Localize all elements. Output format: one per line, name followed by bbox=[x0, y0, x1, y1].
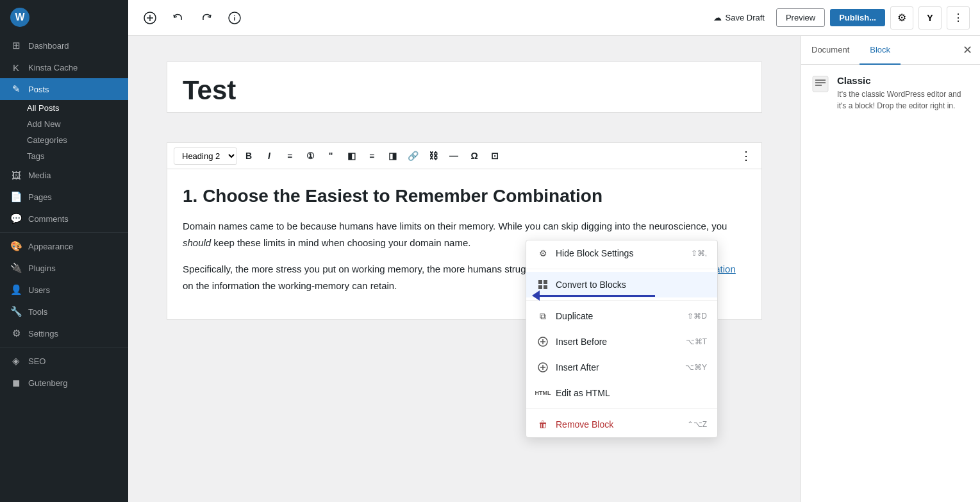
block-description: Classic It's the classic WordPress edito… bbox=[837, 75, 970, 112]
menu-item-remove-block[interactable]: 🗑 Remove Block ⌃⌥Z bbox=[526, 412, 717, 437]
svg-rect-7 bbox=[544, 280, 547, 284]
sidebar-item-label: Gutenberg bbox=[28, 378, 67, 388]
sidebar-item-label: Pages bbox=[28, 192, 52, 202]
classic-block-icon bbox=[811, 75, 829, 97]
classic-editor-icon bbox=[811, 75, 829, 93]
preview-label: Preview bbox=[786, 13, 815, 22]
edit-html-icon: HTML bbox=[536, 387, 549, 399]
insert-after-shortcut: ⌥⌘Y bbox=[685, 363, 707, 372]
menu-item-hide-block-settings[interactable]: ⚙ Hide Block Settings ⇧⌘, bbox=[526, 240, 717, 266]
ordered-list-button[interactable]: ① bbox=[301, 147, 319, 165]
settings-sidebar-icon: ⚙ bbox=[10, 328, 22, 339]
sidebar-item-label: Settings bbox=[28, 329, 58, 339]
sidebar-item-label: Appearance bbox=[28, 242, 73, 251]
add-icon bbox=[144, 12, 156, 24]
more-options-toolbar-button[interactable]: ⋮ bbox=[947, 6, 970, 29]
right-panel: Document Block ✕ bbox=[801, 36, 980, 502]
menu-item-insert-before[interactable]: Insert Before ⌥⌘T bbox=[526, 329, 717, 355]
sidebar-item-seo[interactable]: ◈ SEO bbox=[0, 350, 128, 372]
remove-block-shortcut: ⌃⌥Z bbox=[687, 420, 707, 429]
sidebar-item-label: Posts bbox=[28, 85, 49, 94]
publish-label: Publish... bbox=[839, 13, 876, 22]
link-button[interactable]: 🔗 bbox=[404, 147, 422, 165]
preview-button[interactable]: Preview bbox=[776, 8, 825, 27]
remove-block-label: Remove Block bbox=[556, 419, 681, 430]
more-toolbar-button[interactable]: ⋮ bbox=[737, 147, 755, 165]
sidebar-item-pages[interactable]: 📄 Pages bbox=[0, 186, 128, 208]
blockquote-button[interactable]: " bbox=[322, 147, 340, 165]
seo-icon: ◈ bbox=[10, 355, 22, 367]
insert-after-svg bbox=[538, 362, 548, 372]
post-title[interactable]: Test bbox=[167, 62, 762, 113]
sidebar-item-media[interactable]: 🖼 Media bbox=[0, 164, 128, 186]
sidebar-subitem-tags[interactable]: Tags bbox=[0, 148, 128, 164]
sidebar-item-label: Media bbox=[28, 171, 51, 180]
hide-settings-icon: ⚙ bbox=[536, 247, 549, 260]
heading-dropdown[interactable]: ParagraphHeading 1Heading 2Heading 3Head… bbox=[174, 147, 237, 165]
publish-button[interactable]: Publish... bbox=[830, 9, 885, 26]
sidebar-item-kinsta-cache[interactable]: K Kinsta Cache bbox=[0, 56, 128, 78]
tab-block[interactable]: Block bbox=[860, 36, 901, 65]
sidebar-item-dashboard[interactable]: ⊞ Dashboard bbox=[0, 35, 128, 56]
comments-icon: 💬 bbox=[10, 213, 22, 224]
block-info: Classic It's the classic WordPress edito… bbox=[811, 75, 970, 112]
gutenberg-icon: ◼ bbox=[10, 377, 22, 389]
save-draft-label: Save Draft bbox=[726, 13, 765, 22]
menu-item-duplicate[interactable]: ⧉ Duplicate ⇧⌘D bbox=[526, 303, 717, 329]
align-left-button[interactable]: ◧ bbox=[342, 147, 360, 165]
pages-icon: 📄 bbox=[10, 191, 22, 203]
bold-button[interactable]: B bbox=[240, 147, 258, 165]
sidebar-item-plugins[interactable]: 🔌 Plugins bbox=[0, 257, 128, 279]
yoast-button[interactable]: Y bbox=[918, 6, 942, 29]
undo-button[interactable] bbox=[167, 6, 190, 29]
context-menu: ⚙ Hide Block Settings ⇧⌘, bbox=[526, 240, 718, 438]
close-icon: ✕ bbox=[963, 44, 972, 56]
sidebar-item-settings[interactable]: ⚙ Settings bbox=[0, 322, 128, 344]
tab-document[interactable]: Document bbox=[801, 36, 860, 65]
sidebar-item-posts[interactable]: ✎ Posts bbox=[0, 78, 128, 100]
edit-html-label: Edit as HTML bbox=[556, 388, 701, 398]
insert-before-shortcut: ⌥⌘T bbox=[686, 337, 707, 346]
sidebar-item-label: SEO bbox=[28, 356, 46, 366]
menu-item-insert-after[interactable]: Insert After ⌥⌘Y bbox=[526, 355, 717, 380]
para1-em: should bbox=[183, 237, 211, 248]
content-heading: 1. Choose the Easiest to Remember Combin… bbox=[183, 185, 746, 208]
kinsta-icon: K bbox=[10, 62, 22, 73]
fullscreen-button[interactable]: ⊡ bbox=[486, 147, 504, 165]
main-area: ☁ Save Draft Preview Publish... ⚙ Y ⋮ bbox=[128, 0, 980, 502]
save-draft-button[interactable]: ☁ Save Draft bbox=[707, 9, 771, 26]
redo-button[interactable] bbox=[195, 6, 218, 29]
svg-point-5 bbox=[234, 15, 235, 16]
blocks-icon bbox=[538, 280, 548, 290]
duplicate-label: Duplicate bbox=[556, 311, 681, 321]
panel-close-button[interactable]: ✕ bbox=[955, 43, 980, 57]
horizontal-rule-button[interactable]: — bbox=[445, 147, 463, 165]
top-toolbar: ☁ Save Draft Preview Publish... ⚙ Y ⋮ bbox=[128, 0, 980, 36]
unordered-list-button[interactable]: ≡ bbox=[281, 147, 299, 165]
info-button[interactable] bbox=[223, 6, 246, 29]
editor-content: Test ParagraphHeading 1Heading 2Heading … bbox=[128, 36, 801, 502]
sidebar-item-gutenberg[interactable]: ◼ Gutenberg bbox=[0, 372, 128, 394]
sidebar-item-label: Comments bbox=[28, 214, 69, 224]
settings-button[interactable]: ⚙ bbox=[890, 6, 913, 29]
unlink-button[interactable]: ⛓ bbox=[424, 147, 442, 165]
sidebar-item-label: Dashboard bbox=[28, 41, 69, 51]
sidebar-item-comments[interactable]: 💬 Comments bbox=[0, 208, 128, 230]
svg-rect-16 bbox=[813, 76, 828, 92]
sidebar-subitem-categories[interactable]: Categories bbox=[0, 132, 128, 148]
info-icon bbox=[228, 12, 241, 24]
italic-button[interactable]: I bbox=[260, 147, 278, 165]
special-chars-button[interactable]: Ω bbox=[465, 147, 483, 165]
sidebar-subitem-all-posts[interactable]: All Posts bbox=[0, 100, 128, 116]
sidebar-item-users[interactable]: 👤 Users bbox=[0, 279, 128, 301]
sidebar-item-appearance[interactable]: 🎨 Appearance bbox=[0, 235, 128, 257]
sidebar-subitem-add-new[interactable]: Add New bbox=[0, 116, 128, 132]
sidebar-item-tools[interactable]: 🔧 Tools bbox=[0, 301, 128, 322]
menu-item-edit-as-html[interactable]: HTML Edit as HTML bbox=[526, 380, 717, 406]
convert-icon bbox=[536, 278, 549, 291]
align-center-button[interactable]: ≡ bbox=[363, 147, 381, 165]
align-right-button[interactable]: ◨ bbox=[383, 147, 401, 165]
add-block-button[interactable] bbox=[138, 6, 162, 29]
post-title-text: Test bbox=[183, 75, 236, 105]
sidebar-item-label: Plugins bbox=[28, 264, 56, 273]
